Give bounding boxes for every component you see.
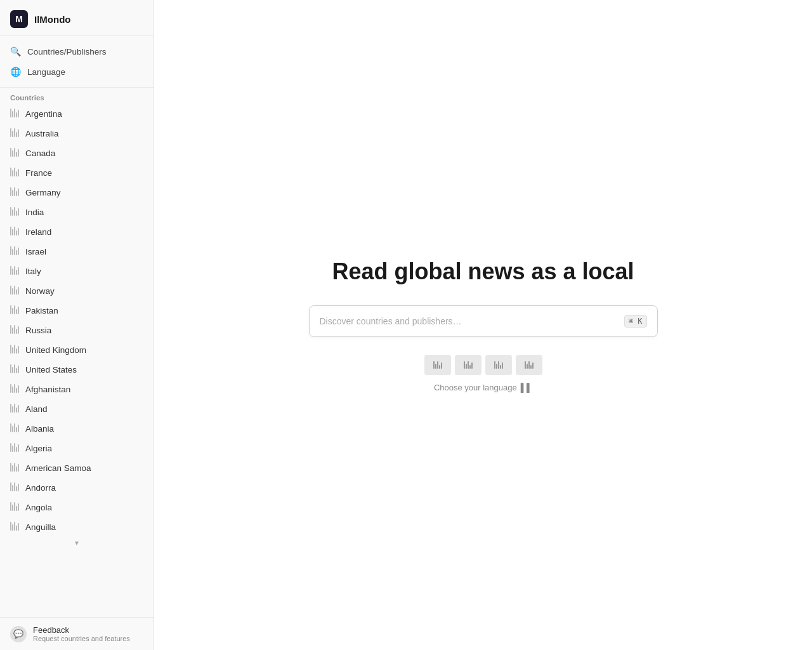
flag-icon-india <box>10 207 19 218</box>
feedback-subtitle: Request countries and features <box>33 635 130 642</box>
country-label-india: India <box>25 208 44 217</box>
country-item-aland[interactable]: Aland <box>0 399 154 419</box>
country-label-argentina: Argentina <box>25 109 62 119</box>
flag-bars-icon-1 <box>433 361 442 369</box>
country-label-anguilla: Anguilla <box>25 522 56 532</box>
flag-icon-russia <box>10 325 19 336</box>
feedback-title: Feedback <box>33 625 130 635</box>
flag-icon-albania <box>10 423 19 434</box>
flag-bars-icon-4 <box>525 361 534 369</box>
country-item-italy[interactable]: Italy <box>0 262 154 281</box>
language-flag-2[interactable] <box>455 355 481 375</box>
scroll-indicator: ▼ <box>0 537 154 549</box>
flag-icon-argentina <box>10 109 19 119</box>
flag-icon-germany <box>10 187 19 198</box>
country-item-india[interactable]: India <box>0 202 154 222</box>
flag-icon-aland <box>10 404 19 415</box>
country-item-russia[interactable]: Russia <box>0 321 154 340</box>
flag-icon-algeria <box>10 443 19 454</box>
flag-icon-norway <box>10 286 19 296</box>
flag-icon-israel <box>10 246 19 257</box>
feedback-section[interactable]: 💬 Feedback Request countries and feature… <box>0 617 154 650</box>
country-label-aland: Aland <box>25 404 48 414</box>
app-name: IlMondo <box>34 14 70 25</box>
country-item-norway[interactable]: Norway <box>0 281 154 301</box>
country-label-norway: Norway <box>25 286 55 296</box>
country-item-france[interactable]: France <box>0 163 154 183</box>
country-item-germany[interactable]: Germany <box>0 183 154 202</box>
flag-bars-icon-2 <box>464 361 473 369</box>
language-flags <box>424 355 542 375</box>
sidebar-countries-section: Countries ArgentinaAustraliaCanadaFrance… <box>0 88 154 617</box>
flag-icon-pakistan <box>10 305 19 316</box>
sidebar-nav: 🔍 Countries/Publishers 🌐 Language <box>0 36 154 88</box>
country-label-angola: Angola <box>25 503 52 512</box>
app-logo: M <box>10 10 28 28</box>
country-item-ireland[interactable]: Ireland <box>0 222 154 242</box>
country-label-pakistan: Pakistan <box>25 306 58 315</box>
language-label-text: Choose your language <box>434 383 517 392</box>
flag-icon-canada <box>10 148 19 159</box>
country-label-afghanistan: Afghanistan <box>25 385 70 394</box>
language-flag-1[interactable] <box>424 355 451 375</box>
feedback-text: Feedback Request countries and features <box>33 625 130 642</box>
country-label-united-kingdom: United Kingdom <box>25 345 86 355</box>
search-box[interactable]: Discover countries and publishers… ⌘ K <box>309 305 658 337</box>
sidebar-item-countries-publishers[interactable]: 🔍 Countries/Publishers <box>0 41 154 62</box>
flag-bars-icon-3 <box>494 361 503 369</box>
country-item-argentina[interactable]: Argentina <box>0 104 154 124</box>
main-heading: Read global news as a local <box>332 258 634 285</box>
country-list-container[interactable]: ArgentinaAustraliaCanadaFranceGermanyInd… <box>0 104 154 617</box>
flag-icon-united-kingdom <box>10 345 19 355</box>
globe-icon: 🌐 <box>10 67 21 77</box>
language-flag-4[interactable] <box>516 355 542 375</box>
country-item-united-kingdom[interactable]: United Kingdom <box>0 340 154 360</box>
flag-icon-anguilla <box>10 522 19 533</box>
country-label-germany: Germany <box>25 188 61 197</box>
country-label-andorra: Andorra <box>25 483 56 493</box>
country-label-canada: Canada <box>25 149 55 158</box>
country-label-united-states: United States <box>25 365 77 375</box>
flag-icon-ireland <box>10 227 19 237</box>
country-label-france: France <box>25 168 52 178</box>
flag-icon-italy <box>10 266 19 277</box>
country-item-andorra[interactable]: Andorra <box>0 478 154 498</box>
nav-language-label: Language <box>27 67 65 77</box>
language-label: Choose your language ▌▌ <box>434 383 532 392</box>
nav-countries-publishers-label: Countries/Publishers <box>27 47 107 56</box>
sidebar: M IlMondo 🔍 Countries/Publishers 🌐 Langu… <box>0 0 154 650</box>
language-flag-3[interactable] <box>485 355 512 375</box>
search-icon: 🔍 <box>10 46 21 56</box>
sidebar-header: M IlMondo <box>0 0 154 36</box>
country-item-anguilla[interactable]: Anguilla <box>0 517 154 537</box>
search-placeholder-text: Discover countries and publishers… <box>320 316 462 326</box>
flag-icon-france <box>10 168 19 178</box>
country-label-algeria: Algeria <box>25 444 52 453</box>
country-label-australia: Australia <box>25 129 59 138</box>
main-content: Read global news as a local Discover cou… <box>154 0 812 650</box>
country-item-albania[interactable]: Albania <box>0 419 154 439</box>
country-label-ireland: Ireland <box>25 227 51 237</box>
country-item-united-states[interactable]: United States <box>0 360 154 380</box>
country-label-israel: Israel <box>25 247 46 256</box>
flag-icon-united-states <box>10 364 19 375</box>
country-item-israel[interactable]: Israel <box>0 242 154 262</box>
country-label-italy: Italy <box>25 267 41 276</box>
search-shortcut-badge: ⌘ K <box>624 315 647 328</box>
country-item-australia[interactable]: Australia <box>0 124 154 143</box>
language-bars-icon: ▌▌ <box>521 383 532 392</box>
flag-icon-afghanistan <box>10 384 19 395</box>
country-label-albania: Albania <box>25 424 54 434</box>
country-item-angola[interactable]: Angola <box>0 498 154 517</box>
flag-icon-american-samoa <box>10 463 19 474</box>
country-item-afghanistan[interactable]: Afghanistan <box>0 380 154 399</box>
feedback-icon: 💬 <box>10 626 27 642</box>
country-item-american-samoa[interactable]: American Samoa <box>0 458 154 478</box>
country-item-algeria[interactable]: Algeria <box>0 439 154 458</box>
country-item-canada[interactable]: Canada <box>0 143 154 163</box>
sidebar-item-language[interactable]: 🌐 Language <box>0 62 154 82</box>
country-item-pakistan[interactable]: Pakistan <box>0 301 154 321</box>
flag-icon-angola <box>10 502 19 513</box>
country-label-russia: Russia <box>25 326 51 335</box>
countries-section-label: Countries <box>0 88 154 104</box>
